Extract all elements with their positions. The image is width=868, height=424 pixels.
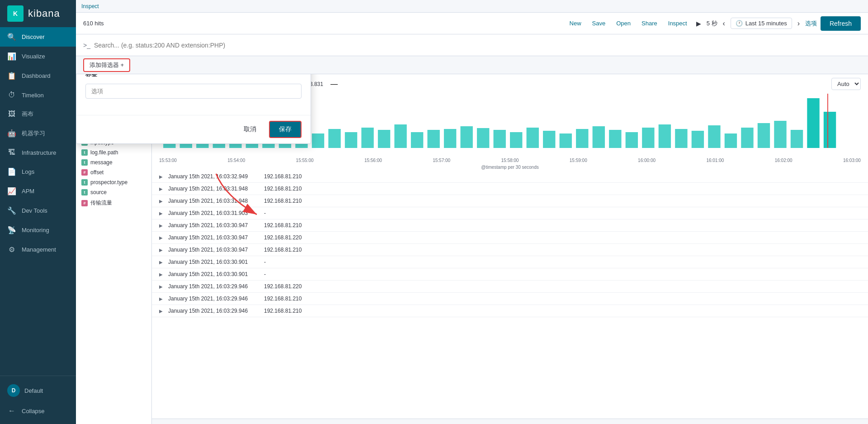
add-filter-label: 添加筛选器 + <box>90 61 124 69</box>
share-button[interactable]: Share <box>638 18 661 29</box>
timelion-icon: ⏱ <box>7 91 16 99</box>
sidebar-item-logs[interactable]: 📄 Logs <box>0 162 76 181</box>
sidebar-item-timelion[interactable]: ⏱ Timelion <box>0 86 76 105</box>
search-prefix: >_ <box>83 42 90 49</box>
sidebar-item-infrastructure[interactable]: 🏗 Infrastructure <box>0 143 76 162</box>
sidebar-item-label: Logs <box>22 168 34 175</box>
main-content: Inspect 610 hits New Save Open Share Ins… <box>76 0 868 424</box>
interval-display: 5 秒 <box>707 19 717 28</box>
sidebar-item-label: Dev Tools <box>22 207 47 214</box>
visualize-icon: 📊 <box>7 52 16 61</box>
apm-icon: 📈 <box>7 187 16 195</box>
sidebar-item-label: Visualize <box>22 53 45 60</box>
filterbar: 添加筛选器 + <box>76 56 868 74</box>
sidebar-user[interactable]: D Default <box>0 380 76 401</box>
sidebar-item-label: Infrastructure <box>22 149 57 156</box>
discover-icon: 🔍 <box>7 33 16 41</box>
logo-text: kibana <box>28 8 60 19</box>
logo-icon: K <box>7 5 24 22</box>
cancel-button[interactable]: 取消 <box>236 121 264 138</box>
sidebar-item-label: Discover <box>22 33 45 40</box>
sidebar-item-label: 机器学习 <box>22 129 45 138</box>
sidebar-nav: 🔍 Discover 📊 Visualize 📋 Dashboard ⏱ Tim… <box>0 27 76 376</box>
new-button[interactable]: New <box>566 18 585 29</box>
logs-icon: 📄 <box>7 167 16 176</box>
topbar: 610 hits New Save Open Share Inspect ▶ 5… <box>76 13 868 34</box>
filter-modal-footer: 取消 保存 <box>76 115 311 143</box>
content-area: t _type t beat.hostname t beat.name t be… <box>76 74 868 424</box>
dashboard-icon: 📋 <box>7 71 16 80</box>
logo[interactable]: K kibana <box>0 0 76 27</box>
time-label: Last 15 minutes <box>745 20 787 27</box>
sidebar-item-label: Monitoring <box>22 227 49 233</box>
save-filter-button[interactable]: 保存 <box>269 121 302 138</box>
sidebar-item-ml[interactable]: 🤖 机器学习 <box>0 124 76 143</box>
sidebar-item-label: Dashboard <box>22 72 51 79</box>
user-avatar: D <box>7 384 20 397</box>
sidebar-item-discover[interactable]: 🔍 Discover <box>0 27 76 47</box>
modal-overlay: 添加 筛选器 ✕ 筛选器 编辑DSL查询语句 客户端内网地址 is <box>76 74 868 424</box>
options-link[interactable]: 选项 <box>805 19 817 28</box>
sidebar-item-devtools[interactable]: 🔧 Dev Tools <box>0 201 76 220</box>
search-input[interactable] <box>94 42 861 49</box>
devtools-icon: 🔧 <box>7 206 16 215</box>
label-section-label: 标签 <box>85 74 302 78</box>
sidebar-item-label: Management <box>22 246 56 253</box>
inspect-topbar-button[interactable]: Inspect <box>665 18 691 29</box>
sidebar-item-monitoring[interactable]: 📡 Monitoring <box>0 220 76 240</box>
clock-icon: 🕐 <box>736 20 743 27</box>
canvas-icon: 🖼 <box>7 110 16 118</box>
inspect-button[interactable]: Inspect <box>80 2 101 10</box>
collapse-icon: ← <box>7 407 16 415</box>
topbar-actions: New Save Open Share Inspect ▶ 5 秒 ‹ 🕐 La… <box>566 16 861 31</box>
sidebar-collapse[interactable]: ← Collapse <box>0 401 76 420</box>
searchbar: >_ <box>76 34 868 56</box>
sidebar: K kibana 🔍 Discover 📊 Visualize 📋 Dashbo… <box>0 0 76 424</box>
sidebar-item-label: APM <box>22 188 34 195</box>
label-section: 标签 <box>85 74 302 99</box>
add-filter-button[interactable]: 添加筛选器 + <box>83 58 130 72</box>
next-button[interactable]: › <box>796 18 802 29</box>
sidebar-item-canvas[interactable]: 🖼 画布 <box>0 105 76 124</box>
management-icon: ⚙ <box>7 245 16 254</box>
label-input[interactable] <box>85 84 302 99</box>
annotation-arrow-2 <box>203 169 293 224</box>
sidebar-item-apm[interactable]: 📈 APM <box>0 181 76 201</box>
collapse-label: Collapse <box>22 408 45 414</box>
sidebar-item-visualize[interactable]: 📊 Visualize <box>0 47 76 66</box>
time-picker[interactable]: 🕐 Last 15 minutes <box>731 18 792 29</box>
user-label: Default <box>24 387 43 394</box>
sidebar-item-management[interactable]: ⚙ Management <box>0 240 76 259</box>
sidebar-item-label: 画布 <box>22 110 33 118</box>
sidebar-item-label: Timelion <box>22 92 44 99</box>
filter-modal-body: 筛选器 编辑DSL查询语句 客户端内网地址 is 标签 <box>76 74 311 115</box>
sidebar-item-dashboard[interactable]: 📋 Dashboard <box>0 66 76 86</box>
save-button[interactable]: Save <box>589 18 609 29</box>
refresh-button[interactable]: Refresh <box>821 16 861 31</box>
prev-button[interactable]: ‹ <box>721 18 727 29</box>
hits-count: 610 hits <box>83 20 104 27</box>
play-button[interactable]: ▶ <box>694 18 703 29</box>
ml-icon: 🤖 <box>7 129 16 138</box>
inspect-bar: Inspect <box>76 0 868 13</box>
monitoring-icon: 📡 <box>7 226 16 234</box>
infrastructure-icon: 🏗 <box>7 148 16 157</box>
filter-modal: 添加 筛选器 ✕ 筛选器 编辑DSL查询语句 客户端内网地址 is <box>76 74 311 144</box>
sidebar-bottom: D Default ← Collapse <box>0 376 76 424</box>
open-button[interactable]: Open <box>613 18 634 29</box>
